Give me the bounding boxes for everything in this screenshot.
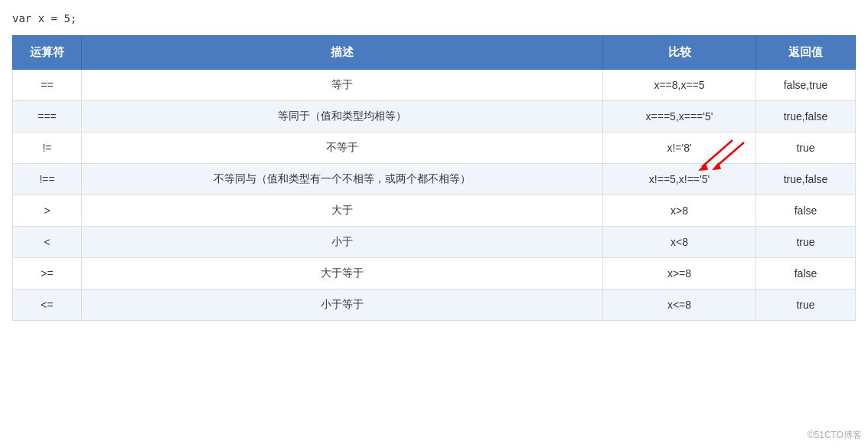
- cell-operator: >=: [13, 258, 82, 289]
- cell-return-value: false: [756, 195, 856, 227]
- table-header-row: 运算符 描述 比较 返回值: [13, 36, 856, 70]
- cell-comparison: x>=8: [603, 258, 756, 289]
- header-comparison: 比较: [603, 36, 756, 70]
- table-row: !==不等同与（值和类型有一个不相等，或两个都不相等）x!==5,x!=='5'…: [13, 164, 856, 195]
- cell-description: 大于: [82, 195, 603, 227]
- cell-description: 小于: [82, 227, 603, 258]
- table-row: ===等同于（值和类型均相等）x===5,x==='5'true,false: [13, 101, 856, 132]
- cell-comparison: x>8: [603, 195, 756, 227]
- cell-description: 等同于（值和类型均相等）: [82, 101, 603, 132]
- cell-description: 不等同与（值和类型有一个不相等，或两个都不相等）: [82, 164, 603, 195]
- code-line: var x = 5;: [12, 12, 856, 25]
- header-return-value: 返回值: [756, 36, 856, 70]
- cell-comparison: x<8: [603, 227, 756, 258]
- table-row: !=不等于x!='8'true: [13, 132, 856, 164]
- cell-operator: >: [13, 195, 82, 227]
- comparison-table: 运算符 描述 比较 返回值 ==等于x==8,x==5false,true===…: [12, 35, 856, 321]
- cell-comparison: x!==5,x!=='5': [603, 164, 756, 195]
- cell-description: 不等于: [82, 132, 603, 164]
- cell-description: 小于等于: [82, 289, 603, 321]
- cell-comparison: x===5,x==='5': [603, 101, 756, 132]
- cell-return-value: true: [756, 227, 856, 258]
- cell-operator: !=: [13, 132, 82, 164]
- cell-operator: <: [13, 227, 82, 258]
- header-description: 描述: [82, 36, 603, 70]
- cell-comparison: x<=8: [603, 289, 756, 321]
- cell-operator: <=: [13, 289, 82, 321]
- cell-return-value: true,false: [756, 101, 856, 132]
- cell-operator: ==: [13, 70, 82, 101]
- cell-return-value: false,true: [756, 70, 856, 101]
- table-row: <小于x<8true: [13, 227, 856, 258]
- cell-comparison: x!='8': [603, 132, 756, 164]
- cell-description: 大于等于: [82, 258, 603, 289]
- cell-description: 等于: [82, 70, 603, 101]
- table-row: ==等于x==8,x==5false,true: [13, 70, 856, 101]
- cell-return-value: true: [756, 132, 856, 164]
- table-row: >=大于等于x>=8false: [13, 258, 856, 289]
- cell-operator: !==: [13, 164, 82, 195]
- cell-return-value: false: [756, 258, 856, 289]
- cell-return-value: true: [756, 289, 856, 321]
- cell-comparison: x==8,x==5: [603, 70, 756, 101]
- table-row: >大于x>8false: [13, 195, 856, 227]
- cell-operator: ===: [13, 101, 82, 132]
- watermark: ©51CTO博客: [808, 429, 862, 442]
- header-operator: 运算符: [13, 36, 82, 70]
- svg-marker-1: [698, 163, 708, 171]
- cell-return-value: true,false: [756, 164, 856, 195]
- table-row: <=小于等于x<=8true: [13, 289, 856, 321]
- svg-marker-3: [712, 162, 721, 170]
